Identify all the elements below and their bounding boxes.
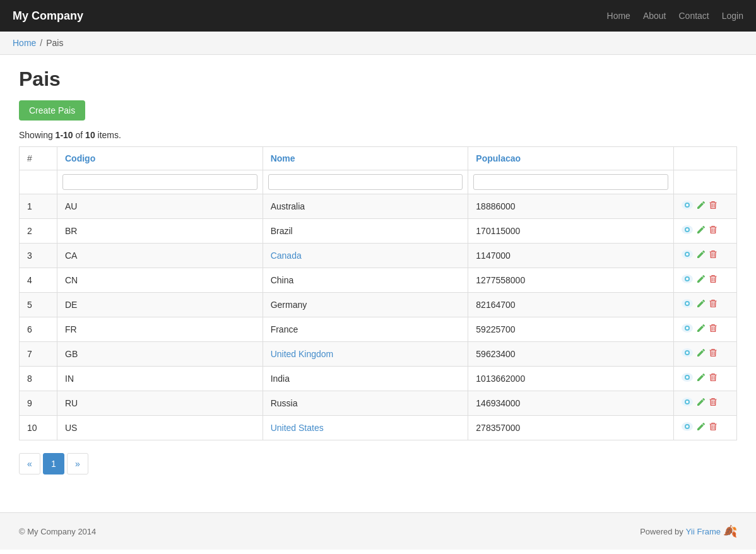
delete-icon[interactable] xyxy=(709,274,717,286)
nome-link[interactable]: United Kingdom xyxy=(271,349,334,359)
footer-copyright: © My Company 2014 xyxy=(19,527,96,536)
navbar-links: Home About Contact Login xyxy=(607,11,743,21)
view-icon[interactable] xyxy=(682,348,693,360)
cell-actions xyxy=(674,194,737,219)
col-sort-populacao[interactable]: Populacao xyxy=(476,153,521,163)
view-icon[interactable] xyxy=(682,225,693,237)
cell-populacao: 59623400 xyxy=(468,342,674,367)
svg-point-44 xyxy=(686,376,688,379)
edit-icon[interactable] xyxy=(697,250,706,261)
showing-info: Showing 1-10 of 10 items. xyxy=(19,130,737,140)
nav-home[interactable]: Home xyxy=(607,11,630,21)
edit-icon[interactable] xyxy=(697,225,706,237)
delete-icon[interactable] xyxy=(709,398,717,409)
edit-icon[interactable] xyxy=(697,398,706,409)
cell-num: 1 xyxy=(20,194,57,219)
create-pais-button[interactable]: Create Pais xyxy=(19,100,85,121)
table-header-row: # Codigo Nome Populacao xyxy=(20,147,737,170)
delete-icon[interactable] xyxy=(709,348,717,360)
svg-point-14 xyxy=(686,253,688,256)
cell-populacao: 18886000 xyxy=(468,194,674,219)
cell-nome: Russia xyxy=(263,391,468,416)
footer-yii-link[interactable]: Yii Frame xyxy=(686,527,721,536)
pagination-prev[interactable]: « xyxy=(19,453,40,474)
cell-num: 9 xyxy=(20,391,57,416)
nav-contact[interactable]: Contact xyxy=(678,11,709,21)
svg-point-38 xyxy=(686,351,688,354)
view-icon[interactable] xyxy=(682,274,693,286)
navbar-brand[interactable]: My Company xyxy=(13,9,83,23)
view-icon[interactable] xyxy=(682,398,693,409)
delete-icon[interactable] xyxy=(709,225,717,237)
cell-populacao: 1277558000 xyxy=(468,268,674,293)
filter-codigo-cell xyxy=(57,170,263,194)
pagination-next[interactable]: » xyxy=(67,453,88,474)
edit-icon[interactable] xyxy=(697,422,706,433)
filter-hash-cell xyxy=(20,170,57,194)
delete-icon[interactable] xyxy=(709,324,717,335)
cell-actions xyxy=(674,219,737,244)
filter-nome-input[interactable] xyxy=(268,174,463,190)
cell-nome: Canada xyxy=(263,244,468,268)
cell-nome: Brazil xyxy=(263,219,468,244)
cell-num: 7 xyxy=(20,342,57,367)
cell-populacao: 82164700 xyxy=(468,293,674,317)
navbar: My Company Home About Contact Login xyxy=(0,0,756,32)
filter-nome-cell xyxy=(263,170,468,194)
footer: © My Company 2014 Powered by Yii Frame 🍂 xyxy=(0,512,756,550)
col-sort-nome[interactable]: Nome xyxy=(271,153,295,163)
table-row: 2BRBrazil170115000 xyxy=(20,219,737,244)
cell-nome: Germany xyxy=(263,293,468,317)
view-icon[interactable] xyxy=(682,324,693,335)
breadcrumb-separator: / xyxy=(40,38,42,48)
breadcrumb-home[interactable]: Home xyxy=(13,38,36,48)
filter-codigo-input[interactable] xyxy=(62,174,257,190)
cell-codigo: GB xyxy=(57,342,263,367)
table-row: 8INIndia1013662000 xyxy=(20,367,737,391)
footer-right: Powered by Yii Frame 🍂 xyxy=(640,524,737,538)
view-icon[interactable] xyxy=(682,299,693,310)
view-icon[interactable] xyxy=(682,250,693,261)
cell-num: 6 xyxy=(20,317,57,342)
delete-icon[interactable] xyxy=(709,250,717,261)
svg-point-32 xyxy=(686,327,688,329)
delete-icon[interactable] xyxy=(709,373,717,384)
cell-populacao: 278357000 xyxy=(468,416,674,440)
cell-actions xyxy=(674,268,737,293)
edit-icon[interactable] xyxy=(697,348,706,360)
svg-point-26 xyxy=(686,302,688,305)
cell-codigo: CA xyxy=(57,244,263,268)
delete-icon[interactable] xyxy=(709,299,717,310)
cell-num: 2 xyxy=(20,219,57,244)
cell-nome: United States xyxy=(263,416,468,440)
cell-codigo: RU xyxy=(57,391,263,416)
edit-icon[interactable] xyxy=(697,299,706,310)
filter-populacao-input[interactable] xyxy=(473,174,668,190)
nome-link[interactable]: Canada xyxy=(271,250,302,261)
view-icon[interactable] xyxy=(682,373,693,384)
breadcrumb: Home / Pais xyxy=(13,38,743,48)
cell-num: 10 xyxy=(20,416,57,440)
showing-items: items. xyxy=(95,130,121,140)
pagination-page-1[interactable]: 1 xyxy=(43,453,64,474)
cell-codigo: AU xyxy=(57,194,263,219)
col-sort-codigo[interactable]: Codigo xyxy=(65,153,95,163)
cell-nome: China xyxy=(263,268,468,293)
edit-icon[interactable] xyxy=(697,324,706,335)
edit-icon[interactable] xyxy=(697,201,706,212)
edit-icon[interactable] xyxy=(697,373,706,384)
col-header-actions xyxy=(674,147,737,170)
nome-link[interactable]: United States xyxy=(271,423,324,433)
delete-icon[interactable] xyxy=(709,422,717,433)
edit-icon[interactable] xyxy=(697,274,706,286)
view-icon[interactable] xyxy=(682,201,693,212)
nav-about[interactable]: About xyxy=(643,11,666,21)
delete-icon[interactable] xyxy=(709,201,717,212)
filter-actions-cell xyxy=(674,170,737,194)
yii-logo: 🍂 xyxy=(723,524,737,538)
table-row: 7GBUnited Kingdom59623400 xyxy=(20,342,737,367)
cell-actions xyxy=(674,244,737,268)
nav-login[interactable]: Login xyxy=(722,11,743,21)
view-icon[interactable] xyxy=(682,422,693,433)
cell-num: 5 xyxy=(20,293,57,317)
